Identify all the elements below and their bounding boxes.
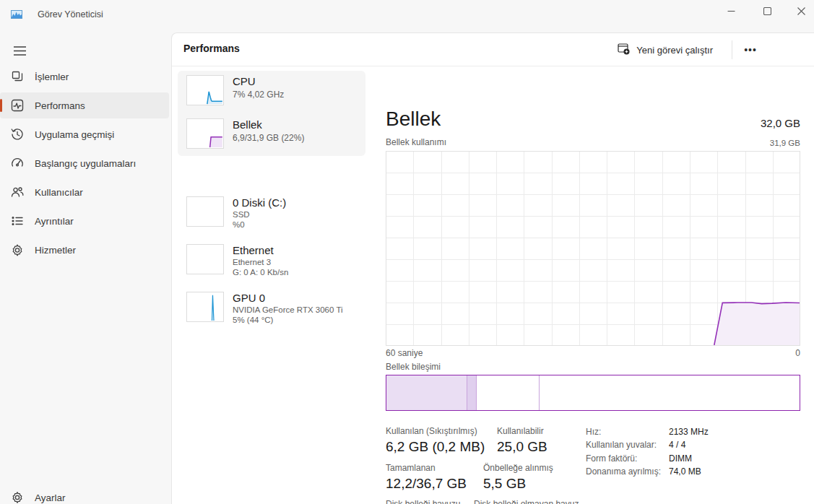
usage-chart-label: Bellek kullanımı — [386, 137, 446, 147]
sidebar-item-label: Ayarlar — [35, 492, 66, 503]
x-axis-right-label: 0 — [795, 348, 800, 358]
sidebar-item-processes[interactable]: İşlemler — [0, 64, 169, 90]
resource-stat: 7% 4,02 GHz — [233, 90, 284, 100]
spec-label: Hız: — [586, 427, 601, 437]
app-icon — [11, 9, 22, 20]
history-icon — [10, 127, 25, 142]
minimize-button[interactable] — [714, 0, 748, 22]
composition-segment-standby — [477, 375, 539, 410]
composition-segment-in_use — [386, 375, 467, 410]
detail-title: Bellek — [386, 108, 441, 131]
run-new-task-button[interactable]: Yeni görevi çalıştır — [610, 39, 720, 61]
users-icon — [10, 185, 25, 199]
stat-value: 12,2/36,7 GB — [386, 476, 467, 492]
composition-segment-free — [540, 375, 800, 410]
stat-label: Kullanılan (Sıkıştırılmış) — [386, 426, 477, 436]
composition-label: Bellek bileşimi — [386, 362, 441, 372]
memory-usage-chart-line — [386, 152, 800, 345]
memory-total: 32,0 GB — [761, 117, 800, 129]
resource-title: GPU 0 — [233, 292, 265, 304]
sidebar-item-label: Uygulama geçmişi — [35, 129, 114, 140]
sidebar-item-users[interactable]: Kullanıcılar — [0, 179, 169, 205]
stat-label: Disk belleği olmayan havuz — [474, 499, 579, 504]
x-axis-left-label: 60 saniye — [386, 348, 423, 358]
processes-icon — [10, 69, 25, 84]
sidebar-item-details[interactable]: Ayrıntılar — [0, 208, 169, 234]
performance-icon — [10, 98, 25, 113]
resource-stat: G: 0 A: 0 Kb/sn — [233, 268, 288, 277]
memory-mini-chart — [186, 118, 224, 149]
run-new-task-label: Yeni görevi çalıştır — [636, 45, 713, 56]
sidebar-item-label: Hizmetler — [35, 245, 76, 256]
resource-stat: 6,9/31,9 GB (22%) — [233, 133, 304, 143]
resource-stat: %0 — [233, 220, 245, 229]
spec-label: Donanıma ayrılmış: — [586, 466, 661, 477]
stat-value: 25,0 GB — [497, 439, 547, 455]
list-item-memory[interactable]: Bellek 6,9/31,9 GB (22%) — [178, 118, 365, 156]
spec-value: 2133 MHz — [669, 427, 709, 437]
new-task-icon — [618, 43, 630, 58]
spec-label: Kullanılan yuvalar: — [586, 440, 657, 450]
ethernet-mini-chart — [186, 244, 224, 274]
resource-title: CPU — [233, 75, 256, 87]
stat-label: Önbelleğe alınmış — [483, 463, 553, 473]
details-icon — [10, 214, 25, 228]
sidebar-item-app-history[interactable]: Uygulama geçmişi — [0, 121, 169, 147]
hamburger-menu-icon[interactable] — [8, 39, 31, 62]
spec-label: Form faktörü: — [586, 453, 637, 464]
resource-stat: SSD — [233, 210, 250, 219]
sidebar-item-startup-apps[interactable]: Başlangıç uygulamaları — [0, 150, 169, 176]
close-button[interactable] — [784, 0, 814, 22]
stat-value: 6,2 GB (0,2 MB) — [386, 439, 485, 455]
spec-value: 74,0 MB — [669, 466, 701, 477]
resource-title: Ethernet — [233, 244, 274, 256]
stat-value: 5,5 GB — [483, 476, 526, 492]
services-icon — [10, 243, 25, 257]
task-manager-window: Görev Yöneticisi İşlemler Performans — [0, 0, 814, 504]
memory-usage-chart — [386, 151, 800, 346]
stat-label: Tamamlanan — [386, 463, 436, 473]
gpu-mini-chart — [186, 292, 224, 322]
gear-icon — [10, 490, 25, 504]
list-item-gpu[interactable]: GPU 0 NVIDIA GeForce RTX 3060 Ti 5% (44 … — [178, 292, 365, 329]
page-title: Performans — [183, 43, 240, 54]
composition-segment-modified — [467, 375, 477, 410]
stat-label: Disk belleği havuzu — [386, 499, 460, 504]
sidebar-item-label: Performans — [35, 100, 85, 111]
stat-label: Kullanılabilir — [497, 426, 544, 436]
resource-title: Bellek — [233, 118, 262, 131]
spec-value: DIMM — [669, 453, 692, 464]
sidebar-item-label: Başlangıç uygulamaları — [35, 158, 136, 169]
header-separator — [732, 40, 732, 59]
performance-resource-list: CPU 7% 4,02 GHz Bellek 6,9/31,9 GB (22%)… — [178, 66, 371, 504]
list-item-cpu[interactable]: CPU 7% 4,02 GHz — [178, 75, 365, 113]
resource-title: 0 Diski (C:) — [233, 196, 286, 209]
sidebar: İşlemler Performans Uygulama geçmişi Baş… — [0, 32, 171, 504]
title-bar: Görev Yöneticisi — [0, 0, 814, 32]
resource-stat: NVIDIA GeForce RTX 3060 Ti — [233, 305, 343, 314]
window-title: Görev Yöneticisi — [38, 9, 103, 19]
memory-detail-panel: Bellek 32,0 GB Bellek kullanımı 31,9 GB … — [386, 66, 801, 504]
usage-chart-max: 31,9 GB — [770, 139, 800, 147]
more-options-button[interactable]: ••• — [737, 39, 763, 61]
startup-icon — [10, 156, 25, 170]
memory-composition-bar — [386, 375, 800, 411]
list-item-ethernet[interactable]: Ethernet Ethernet 3 G: 0 A: 0 Kb/sn — [178, 244, 365, 282]
spec-value: 4 / 4 — [669, 440, 685, 450]
sidebar-item-label: Kullanıcılar — [35, 187, 83, 198]
disk-mini-chart — [186, 196, 224, 227]
sidebar-item-performance[interactable]: Performans — [0, 92, 169, 118]
sidebar-item-label: Ayrıntılar — [35, 216, 74, 227]
cpu-mini-chart — [186, 75, 224, 105]
main-panel: Performans Yeni görevi çalıştır ••• CPU — [171, 32, 814, 504]
list-item-disk[interactable]: 0 Diski (C:) SSD %0 — [178, 196, 365, 234]
resource-stat: Ethernet 3 — [233, 258, 271, 266]
sidebar-item-settings[interactable]: Ayarlar — [0, 485, 169, 504]
sidebar-item-label: İşlemler — [35, 71, 69, 82]
maximize-button[interactable] — [750, 0, 784, 22]
selected-accent-bar — [0, 99, 2, 112]
resource-stat: 5% (44 °C) — [233, 316, 273, 324]
sidebar-item-services[interactable]: Hizmetler — [0, 237, 169, 263]
